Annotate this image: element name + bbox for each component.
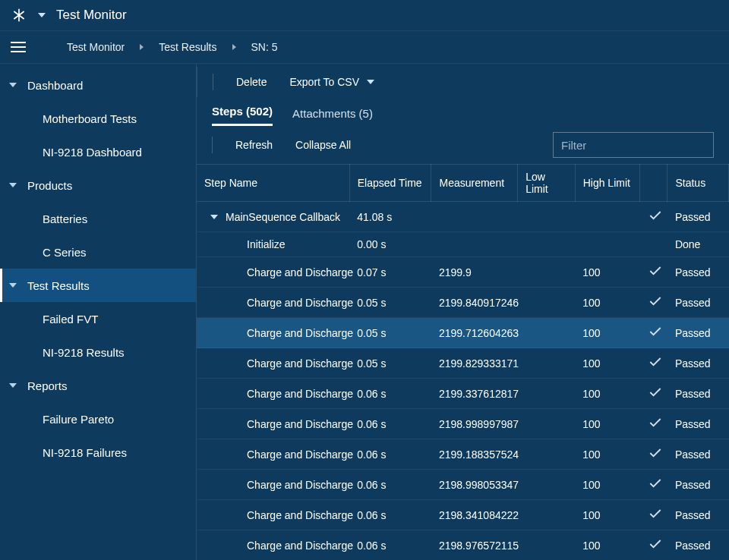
cell-measurement: 2199.840917246	[431, 288, 518, 318]
hamburger-icon[interactable]	[11, 42, 26, 52]
breadcrumb-sn: SN: 5	[251, 41, 278, 53]
table-row[interactable]: Charge and Discharge0.07 s2199.9100Passe…	[197, 257, 729, 288]
sidebar-group-label: Reports	[27, 379, 68, 392]
col-status[interactable]: Status	[667, 165, 729, 202]
sidebar-item-ni-9218-dashboard[interactable]: NI-9218 Dashboard	[0, 135, 196, 168]
step-name: Charge and Discharge	[247, 266, 353, 278]
filter-input-wrap[interactable]	[553, 132, 714, 158]
cell-elapsed: 0.06 s	[349, 379, 431, 409]
tabs: Steps (502) Attachments (5)	[197, 97, 729, 126]
sidebar-group-products[interactable]: Products	[0, 168, 196, 202]
cell-high-limit: 100	[575, 288, 640, 318]
step-name: Charge and Discharge	[247, 388, 353, 400]
cell-high-limit: 100	[575, 379, 640, 409]
tab-steps[interactable]: Steps (502)	[212, 105, 273, 126]
chevron-right-icon	[140, 44, 144, 50]
app-menu-chevron-icon[interactable]	[38, 13, 46, 17]
cell-status: Passed	[667, 318, 729, 348]
breadcrumb-test-results[interactable]: Test Results	[159, 41, 216, 53]
cell-status: Passed	[667, 348, 729, 379]
cell-measurement: 2198.998053347	[431, 470, 518, 500]
sidebar-group-label: Test Results	[27, 279, 90, 292]
table-row[interactable]: MainSequence Callback41.08 sPassed	[197, 202, 729, 232]
check-icon	[648, 294, 663, 311]
col-step-name[interactable]: Step Name	[197, 165, 349, 202]
step-name: Charge and Discharge	[247, 297, 353, 309]
cell-high-limit	[575, 232, 640, 257]
check-icon	[648, 263, 663, 281]
results-table-wrap[interactable]: Step Name Elapsed Time Measurement Low L…	[197, 164, 729, 560]
app-title: Test Monitor	[56, 8, 127, 23]
tab-attachments[interactable]: Attachments (5)	[292, 107, 373, 126]
cell-low-limit	[518, 288, 575, 318]
sidebar-group-test-results[interactable]: Test Results	[0, 269, 196, 302]
sidebar-item-ni-9218-results[interactable]: NI-9218 Results	[0, 335, 196, 369]
cell-low-limit	[518, 232, 575, 257]
col-elapsed-time[interactable]: Elapsed Time	[349, 165, 431, 202]
sidebar-item-c-series[interactable]: C Series	[0, 235, 196, 269]
chevron-down-icon[interactable]	[210, 215, 218, 219]
table-row[interactable]: Charge and Discharge0.06 s2198.998997987…	[197, 409, 729, 439]
sidebar-item-ni-9218-failures[interactable]: NI-9218 Failures	[0, 436, 196, 469]
app-logo-icon[interactable]	[11, 7, 27, 24]
cell-high-limit: 100	[575, 257, 640, 288]
sidebar-group-reports[interactable]: Reports	[0, 369, 196, 402]
delete-button[interactable]: Delete	[236, 76, 267, 88]
sidebar-item-motherboard-tests[interactable]: Motherboard Tests	[0, 102, 196, 135]
cell-measurement: 2199.829333171	[431, 348, 518, 379]
table-row[interactable]: Charge and Discharge0.05 s2199.712604263…	[197, 318, 729, 348]
sidebar-item-label: Failure Pareto	[43, 413, 114, 426]
sidebar-item-label: NI-9218 Results	[43, 346, 125, 359]
cell-elapsed: 0.06 s	[349, 500, 431, 530]
cell-low-limit	[518, 318, 575, 348]
table-row[interactable]: Initialize0.00 sDone	[197, 232, 729, 257]
sidebar-item-batteries[interactable]: Batteries	[0, 202, 196, 235]
cell-elapsed: 0.07 s	[349, 257, 431, 288]
cell-measurement: 2199.9	[431, 257, 518, 288]
cell-low-limit	[518, 470, 575, 500]
col-low-limit[interactable]: Low Limit	[518, 165, 575, 202]
table-row[interactable]: Charge and Discharge0.06 s2199.188357524…	[197, 439, 729, 470]
check-icon	[648, 536, 663, 554]
cell-low-limit	[518, 348, 575, 379]
cell-status: Done	[667, 232, 729, 257]
cell-low-limit	[518, 257, 575, 288]
cell-measurement: 2199.712604263	[431, 318, 518, 348]
col-high-limit[interactable]: High Limit	[575, 165, 640, 202]
table-row[interactable]: Charge and Discharge0.06 s2198.341084222…	[197, 500, 729, 530]
step-name: Charge and Discharge	[247, 509, 353, 521]
sidebar-group-dashboard[interactable]: Dashboard	[0, 68, 196, 102]
sidebar-item-failure-pareto[interactable]: Failure Pareto	[0, 402, 196, 436]
cell-measurement	[431, 232, 518, 257]
breadcrumb-test-monitor[interactable]: Test Monitor	[67, 41, 125, 53]
cell-low-limit	[518, 439, 575, 470]
cell-measurement: 2198.976572115	[431, 530, 518, 561]
table-row[interactable]: Charge and Discharge0.06 s2199.337612817…	[197, 379, 729, 409]
col-measurement[interactable]: Measurement	[431, 165, 518, 202]
cell-measurement: 2199.188357524	[431, 439, 518, 470]
cell-status: Passed	[667, 500, 729, 530]
table-row[interactable]: Charge and Discharge0.05 s2199.829333171…	[197, 348, 729, 379]
cell-elapsed: 0.05 s	[349, 348, 431, 379]
cell-status: Passed	[667, 409, 729, 439]
table-toolbar: Refresh Collapse All	[197, 126, 729, 164]
sidebar-item-failed-fvt[interactable]: Failed FVT	[0, 302, 196, 335]
cell-status: Passed	[667, 202, 729, 232]
step-name: Charge and Discharge	[247, 327, 353, 339]
table-row[interactable]: Charge and Discharge0.06 s2198.976572115…	[197, 530, 729, 561]
breadcrumb-bar: Test Monitor Test Results SN: 5	[0, 30, 729, 64]
cell-high-limit: 100	[575, 439, 640, 470]
chevron-down-icon	[9, 383, 17, 388]
cell-high-limit: 100	[575, 470, 640, 500]
collapse-all-button[interactable]: Collapse All	[295, 139, 351, 151]
filter-input[interactable]	[561, 139, 705, 152]
chevron-down-icon	[9, 283, 17, 288]
cell-measurement	[431, 202, 518, 232]
cell-measurement: 2198.341084222	[431, 500, 518, 530]
cell-high-limit	[575, 202, 640, 232]
export-csv-button[interactable]: Export To CSV	[289, 76, 374, 88]
table-row[interactable]: Charge and Discharge0.05 s2199.840917246…	[197, 288, 729, 318]
refresh-button[interactable]: Refresh	[235, 139, 273, 151]
table-row[interactable]: Charge and Discharge0.06 s2198.998053347…	[197, 470, 729, 500]
check-icon	[648, 208, 663, 225]
